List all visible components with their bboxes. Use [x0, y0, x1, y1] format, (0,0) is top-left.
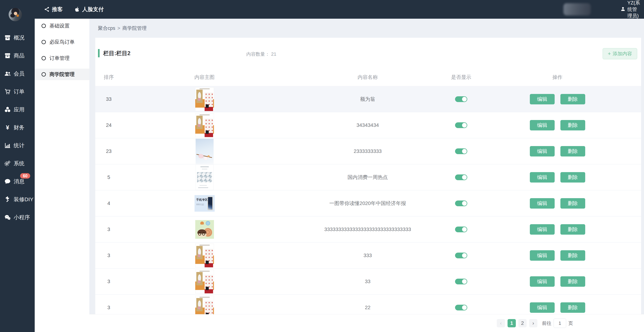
- panel-title: 栏目:栏目2: [103, 49, 130, 57]
- delete-button[interactable]: 删除: [560, 120, 585, 130]
- row-actions-cell: 编辑删除: [474, 243, 641, 268]
- content-count: 内容数量：21: [246, 51, 276, 57]
- topnav-item-1[interactable]: 推客: [44, 6, 63, 13]
- sidebar-item-1[interactable]: 概况: [0, 29, 35, 47]
- sidebar-menu: 概况商品会员订单应用¥财务统计系统消息60装修DIY小程序: [0, 29, 35, 226]
- sidebar-item-label: 概况: [14, 34, 24, 41]
- user-menu[interactable]: YZ(系统管理员): [620, 0, 640, 19]
- sidebar-item-4[interactable]: 订单: [0, 83, 35, 101]
- toggle-knob: [462, 149, 467, 154]
- breadcrumb: 聚合cps > 商学院管理: [98, 19, 147, 38]
- edit-button[interactable]: 编辑: [530, 172, 555, 183]
- row-visible-cell: [448, 190, 474, 216]
- row-actions-cell: 编辑删除: [474, 190, 641, 216]
- goto-page-input[interactable]: [554, 319, 566, 328]
- edit-button[interactable]: 编辑: [530, 224, 555, 235]
- sidebar-item-label: 订单: [14, 88, 24, 95]
- edit-button[interactable]: 编辑: [530, 198, 555, 209]
- breadcrumb-parent[interactable]: 聚合cps: [98, 25, 115, 31]
- edit-button[interactable]: 编辑: [530, 302, 555, 313]
- row-content-name: 2333333333: [287, 138, 448, 164]
- wechat-icon: [4, 214, 11, 221]
- sidebar-item-6[interactable]: ¥财务: [0, 119, 35, 137]
- delete-button[interactable]: 删除: [560, 146, 585, 156]
- table-row: 5国内消费一周热点编辑删除: [95, 164, 641, 190]
- visibility-toggle[interactable]: [455, 201, 467, 206]
- page-word-label: 页: [568, 320, 573, 327]
- sidebar-item-3[interactable]: 会员: [0, 65, 35, 83]
- news-collage-thumbnail: [196, 165, 214, 190]
- visibility-toggle[interactable]: [455, 122, 467, 128]
- sidebar-item-label: 消息: [14, 178, 24, 185]
- sidebar-item-8[interactable]: 系统: [0, 154, 35, 172]
- delete-button[interactable]: 删除: [560, 224, 585, 235]
- toggle-knob: [462, 201, 467, 206]
- row-sort-value: 3: [95, 217, 122, 242]
- fashion-collage-thumbnail: [195, 87, 214, 111]
- topnav: 推客人脸支付: [44, 0, 104, 19]
- row-thumb-cell: [122, 243, 287, 268]
- row-actions-cell: 编辑删除: [474, 217, 641, 242]
- visibility-toggle[interactable]: [455, 96, 467, 102]
- column-header-2: 内容主图: [122, 68, 287, 86]
- sidebar-item-11[interactable]: 小程序: [0, 208, 35, 226]
- gears-icon: [4, 160, 11, 167]
- row-content-name: 33: [287, 269, 448, 294]
- delete-button[interactable]: 删除: [560, 302, 585, 313]
- sidebar-item-9[interactable]: 消息60: [0, 172, 35, 190]
- submenu-item-3[interactable]: 订单管理: [35, 52, 89, 64]
- edit-button[interactable]: 编辑: [530, 120, 555, 130]
- edit-button[interactable]: 编辑: [530, 146, 555, 156]
- page-number-button-2[interactable]: 2: [518, 319, 526, 327]
- delete-button[interactable]: 删除: [560, 250, 585, 261]
- row-sort-value: 33: [95, 86, 122, 112]
- delete-button[interactable]: 删除: [560, 198, 585, 209]
- table-row: 2434343434编辑删除: [95, 112, 641, 138]
- svg-text:¥: ¥: [6, 124, 9, 131]
- visibility-toggle[interactable]: [455, 148, 467, 154]
- delete-button[interactable]: 删除: [560, 276, 585, 287]
- topnav-item-2[interactable]: 人脸支付: [74, 6, 104, 13]
- submenu-item-2[interactable]: 必应鸟订单: [35, 36, 89, 48]
- column-header-4: 是否显示: [448, 68, 474, 86]
- edit-button[interactable]: 编辑: [530, 94, 555, 104]
- radio-circle-icon: [42, 40, 46, 44]
- fashion-collage-thumbnail: [195, 270, 214, 293]
- sidebar-item-5[interactable]: 应用: [0, 101, 35, 119]
- sidebar-item-7[interactable]: 统计: [0, 137, 35, 154]
- user-avatar[interactable]: [9, 8, 22, 21]
- delete-button[interactable]: 删除: [560, 94, 585, 104]
- goto-label: 前往: [542, 320, 552, 327]
- add-content-button[interactable]: + 添加内容: [603, 48, 637, 59]
- page-number-button-1[interactable]: 1: [508, 319, 516, 327]
- visibility-toggle[interactable]: [455, 253, 467, 258]
- cartoon-cat-thumbnail: [195, 220, 214, 239]
- edit-button[interactable]: 编辑: [530, 250, 555, 261]
- submenu-item-1[interactable]: 基础设置: [35, 20, 89, 32]
- sidebar-item-10[interactable]: 装修DIY: [0, 190, 35, 208]
- visibility-toggle[interactable]: [455, 174, 467, 180]
- row-actions-cell: 编辑删除: [474, 86, 641, 112]
- delete-button[interactable]: 删除: [560, 172, 585, 183]
- row-sort-value: 5: [95, 164, 122, 190]
- table-header-row: 排序内容主图内容名称是否显示操作: [95, 68, 641, 86]
- sidebar-item-2[interactable]: 商品: [0, 47, 35, 65]
- visibility-toggle[interactable]: [455, 279, 467, 284]
- submenu-item-4[interactable]: 商学院管理: [35, 69, 89, 80]
- toggle-knob: [462, 97, 467, 101]
- apple-icon: [74, 6, 80, 12]
- table-body: 33额为翁编辑删除2434343434编辑删除232333333333编辑删除5…: [95, 86, 641, 321]
- secondary-sidebar: 基础设置必应鸟订单订单管理商学院管理: [35, 19, 89, 332]
- edit-button[interactable]: 编辑: [530, 276, 555, 287]
- visibility-toggle[interactable]: [455, 227, 467, 232]
- box-icon: [4, 52, 11, 59]
- toggle-knob: [462, 305, 467, 310]
- next-page-button[interactable]: ›: [529, 319, 538, 327]
- toggle-knob: [462, 279, 467, 284]
- visibility-toggle[interactable]: [455, 305, 467, 311]
- column-header-5: 操作: [474, 68, 641, 86]
- toggle-knob: [462, 175, 467, 180]
- cubes-icon: [4, 106, 11, 113]
- sidebar-item-label: 统计: [14, 142, 24, 149]
- prev-page-button[interactable]: ‹: [497, 319, 505, 327]
